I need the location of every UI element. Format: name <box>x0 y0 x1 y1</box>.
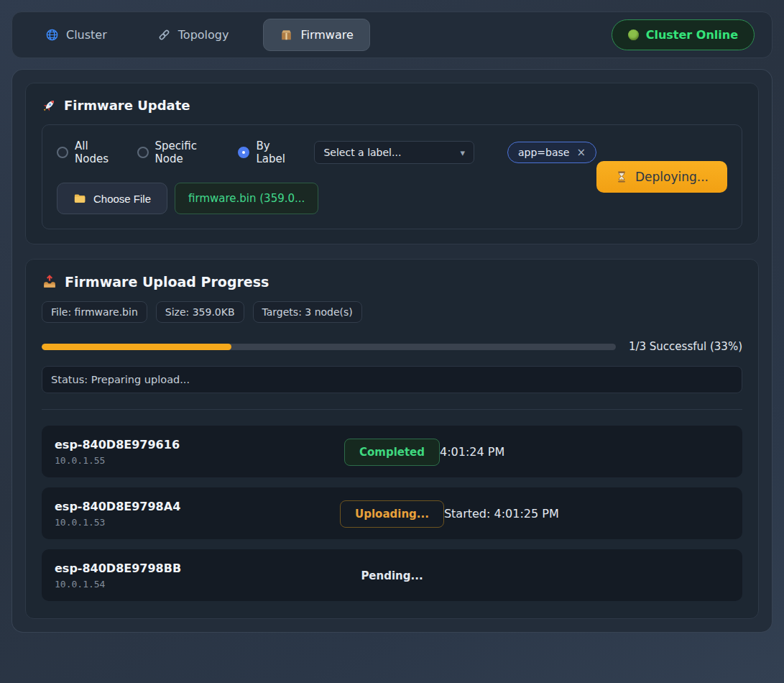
target-mode-radios: All Nodes Specific Node By Label Select … <box>57 139 596 165</box>
close-icon[interactable]: × <box>576 146 586 159</box>
upload-status-box: Status: Preparing upload... <box>42 366 742 393</box>
node-time: Started: 4:01:25 PM <box>444 507 729 521</box>
node-status: Pending... <box>346 569 437 582</box>
radio-by-label[interactable]: By Label <box>238 139 297 165</box>
rocket-icon <box>42 98 57 113</box>
node-status: Completed <box>344 445 440 459</box>
top-navbar: Cluster Topology Firmwa <box>11 12 773 58</box>
selected-file-badge: firmware.bin (359.0... <box>175 183 318 214</box>
upload-meta-row: File: firmware.bin Size: 359.0KB Targets… <box>42 301 742 323</box>
file-button-row: Choose File firmware.bin (359.0... <box>57 183 596 214</box>
firmware-update-card: Firmware Update All Nodes Specific Node … <box>25 83 759 244</box>
upload-progress-title-text: Firmware Upload Progress <box>65 274 269 290</box>
upload-progress-card: Firmware Upload Progress File: firmware.… <box>25 259 759 619</box>
tab-firmware-label: Firmware <box>300 28 353 42</box>
nav-tabs: Cluster Topology Firmwa <box>29 19 370 51</box>
meta-size: Size: 359.0KB <box>156 301 244 323</box>
node-name: esp-840D8E9798A4 <box>55 500 340 513</box>
package-icon <box>280 28 293 42</box>
progress-fill <box>42 344 231 350</box>
status-text-pending: Pending... <box>346 563 437 589</box>
label-chip: app=base × <box>507 142 596 163</box>
firmware-update-title: Firmware Update <box>42 98 742 113</box>
node-ip: 10.0.1.53 <box>55 517 340 528</box>
progress-label: 1/3 Successful (33%) <box>629 340 742 353</box>
divider <box>42 409 742 410</box>
choose-file-label: Choose File <box>93 193 151 205</box>
meta-file: File: firmware.bin <box>42 301 147 323</box>
label-select-placeholder: Select a label... <box>323 147 401 158</box>
node-ip: 10.0.1.55 <box>55 455 344 466</box>
deploy-button[interactable]: Deploying... <box>596 161 727 193</box>
node-ip: 10.0.1.54 <box>55 579 346 590</box>
upload-tray-icon <box>42 274 57 290</box>
hourglass-icon <box>615 170 628 183</box>
radio-specific-node[interactable]: Specific Node <box>137 139 221 165</box>
link-icon <box>157 28 171 42</box>
tab-topology-label: Topology <box>178 28 229 42</box>
node-identity: esp-840D8E9798BB 10.0.1.54 <box>55 561 346 590</box>
tab-firmware[interactable]: Firmware <box>263 19 369 51</box>
status-badge-completed: Completed <box>344 439 440 466</box>
radio-by-label-control[interactable] <box>238 147 249 158</box>
firmware-update-title-text: Firmware Update <box>64 98 190 113</box>
node-name: esp-840D8E9798BB <box>55 561 346 575</box>
green-dot-icon <box>628 29 639 40</box>
radio-all-nodes-label: All Nodes <box>75 139 120 165</box>
radio-specific-node-control[interactable] <box>137 147 149 158</box>
label-chip-text: app=base <box>518 147 569 158</box>
radio-all-nodes[interactable]: All Nodes <box>57 139 120 165</box>
deploy-form-left: All Nodes Specific Node By Label Select … <box>57 139 596 214</box>
cluster-status-label: Cluster Online <box>646 28 738 42</box>
node-identity: esp-840D8E9798A4 10.0.1.53 <box>55 500 340 528</box>
node-row-3: esp-840D8E9798BB 10.0.1.54 Pending... <box>42 549 742 601</box>
cluster-status-badge[interactable]: Cluster Online <box>612 19 755 50</box>
node-time: 4:01:24 PM <box>440 445 729 459</box>
radio-all-nodes-control[interactable] <box>57 147 68 158</box>
chevron-down-icon: ▾ <box>460 147 465 158</box>
tab-topology[interactable]: Topology <box>142 19 245 50</box>
label-select[interactable]: Select a label... ▾ <box>314 141 474 164</box>
choose-file-button[interactable]: Choose File <box>57 183 167 214</box>
node-row-2: esp-840D8E9798A4 10.0.1.53 Uploading... … <box>42 487 742 539</box>
radio-by-label-label: By Label <box>256 139 297 165</box>
folder-icon <box>73 192 86 205</box>
node-status: Uploading... <box>340 507 444 521</box>
deploy-button-label: Deploying... <box>635 170 709 184</box>
upload-progress-title: Firmware Upload Progress <box>42 274 742 290</box>
tab-cluster[interactable]: Cluster <box>29 19 123 50</box>
progress-bar <box>42 344 616 350</box>
tab-cluster-label: Cluster <box>66 28 107 42</box>
node-row-1: esp-840D8E979616 10.0.1.55 Completed 4:0… <box>42 426 742 477</box>
status-badge-uploading: Uploading... <box>340 500 444 528</box>
progress-row: 1/3 Successful (33%) <box>42 340 742 353</box>
meta-targets: Targets: 3 node(s) <box>253 301 362 323</box>
globe-icon <box>45 28 59 42</box>
radio-specific-node-label: Specific Node <box>155 139 221 165</box>
node-name: esp-840D8E979616 <box>55 438 344 451</box>
deploy-form-panel: All Nodes Specific Node By Label Select … <box>42 124 742 229</box>
main-content: Firmware Update All Nodes Specific Node … <box>11 69 773 633</box>
node-identity: esp-840D8E979616 10.0.1.55 <box>55 438 344 466</box>
